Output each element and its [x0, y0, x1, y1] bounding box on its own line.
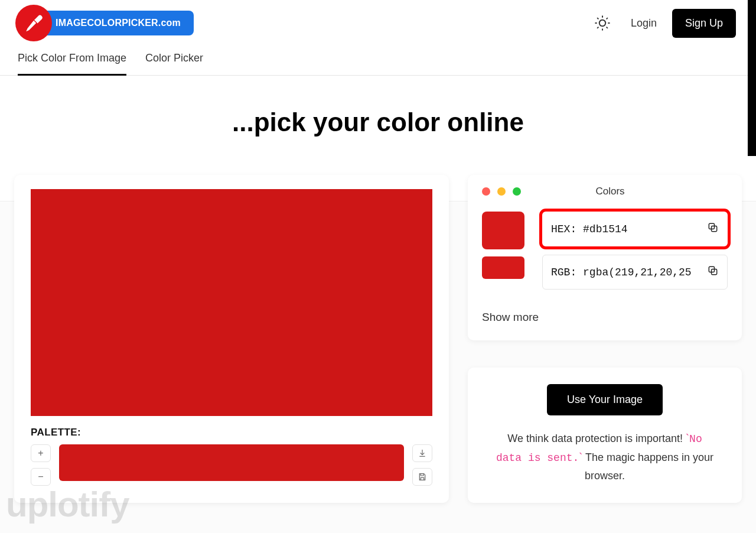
close-icon [482, 187, 490, 196]
svg-line-5 [597, 18, 598, 19]
svg-point-0 [599, 20, 606, 27]
use-your-image-button[interactable]: Use Your Image [547, 384, 663, 415]
svg-line-7 [597, 27, 598, 28]
copy-icon [707, 265, 719, 277]
copy-hex-button[interactable] [707, 222, 719, 236]
svg-line-8 [607, 18, 608, 19]
plus-icon: + [38, 448, 43, 458]
use-image-text: We think data protection is important! `… [493, 430, 717, 485]
sun-icon [594, 14, 611, 32]
hex-value: #db1514 [583, 223, 628, 235]
zoom-out-button[interactable]: − [31, 468, 51, 486]
brand-label: IMAGECOLORPICKER.com [39, 11, 194, 35]
image-preview[interactable] [31, 189, 432, 416]
colors-card: Colors HEX: #db1514 RGB: rgba(219,21,20 [468, 175, 742, 340]
zoom-in-button[interactable]: + [31, 444, 51, 462]
show-more-link[interactable]: Show more [482, 311, 728, 324]
hex-label: HEX: [551, 223, 576, 235]
rgb-label: RGB: [551, 266, 576, 278]
text-after: The magic happens in your browser. [582, 451, 713, 482]
tab-pick-from-image[interactable]: Pick Color From Image [18, 52, 126, 76]
image-card: PALETTE: + − [14, 175, 449, 503]
picked-color-swatch[interactable] [482, 212, 524, 249]
logo[interactable]: IMAGECOLORPICKER.com [15, 5, 194, 41]
save-button[interactable] [412, 468, 432, 486]
tab-color-picker[interactable]: Color Picker [145, 52, 203, 75]
header: IMAGECOLORPICKER.com Login Sign Up [0, 0, 756, 41]
eyedropper-icon [15, 5, 52, 41]
palette-label: PALETTE: [31, 427, 432, 438]
minus-icon: − [38, 472, 43, 482]
use-image-card: Use Your Image We think data protection … [468, 368, 742, 503]
theme-toggle[interactable] [589, 10, 615, 36]
rgb-value: rgba(219,21,20,25 [583, 266, 692, 278]
download-button[interactable] [412, 444, 432, 462]
previous-color-swatch[interactable] [482, 256, 524, 279]
save-icon [418, 472, 427, 482]
right-black-strip [748, 0, 756, 156]
login-link[interactable]: Login [631, 17, 657, 30]
watermark: uplotify [6, 484, 129, 525]
hero: ...pick your color online [0, 76, 756, 175]
rgb-value-row[interactable]: RGB: rgba(219,21,20,25 [542, 255, 728, 290]
palette-section: PALETTE: + − [31, 427, 432, 486]
maximize-icon [513, 187, 521, 196]
copy-rgb-button[interactable] [707, 265, 719, 280]
download-icon [418, 448, 427, 458]
window-controls [482, 187, 521, 196]
header-actions: Login Sign Up [589, 9, 736, 38]
tabs: Pick Color From Image Color Picker [0, 41, 756, 76]
signup-button[interactable]: Sign Up [672, 9, 736, 38]
text-before: We think data protection is important! [507, 433, 686, 444]
colors-title: Colors [521, 186, 728, 197]
page-title: ...pick your color online [0, 108, 756, 137]
palette-swatch[interactable] [59, 444, 404, 481]
copy-icon [707, 222, 719, 233]
svg-line-6 [607, 27, 608, 28]
minimize-icon [497, 187, 506, 196]
hex-value-row[interactable]: HEX: #db1514 [542, 212, 728, 246]
